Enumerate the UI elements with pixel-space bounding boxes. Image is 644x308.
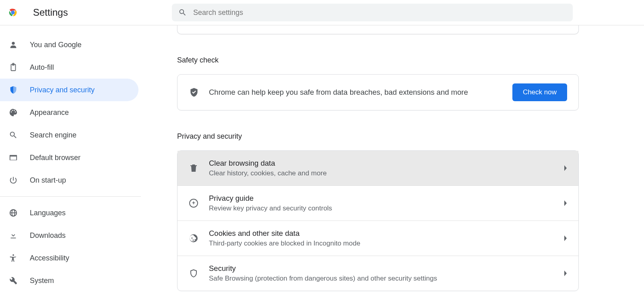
sidebar-item-label: Appearance (30, 108, 69, 117)
row-subtitle: Clear history, cookies, cache and more (209, 169, 563, 177)
sidebar-item-on-start-up[interactable]: On start-up (0, 169, 138, 191)
svg-point-5 (12, 11, 14, 14)
person-icon (9, 40, 18, 49)
row-subtitle: Third-party cookies are blocked in Incog… (209, 239, 563, 248)
download-icon (9, 231, 18, 240)
search-icon (178, 8, 187, 17)
safety-check-card: Chrome can help keep you safe from data … (177, 74, 579, 110)
row-title: Cookies and other site data (209, 229, 563, 238)
chevron-right-icon (563, 200, 567, 206)
sidebar-item-default-browser[interactable]: Default browser (0, 146, 138, 169)
shield-outline-icon (189, 268, 198, 278)
trash-icon (189, 163, 198, 173)
sidebar-item-label: Search engine (30, 131, 76, 139)
sidebar-item-label: Privacy and security (30, 86, 95, 94)
row-clear-browsing-data[interactable]: Clear browsing dataClear history, cookie… (178, 151, 578, 185)
check-now-button[interactable]: Check now (512, 83, 567, 101)
row-title: Clear browsing data (209, 159, 563, 168)
shield-check-icon (189, 87, 199, 98)
sidebar-item-label: You and Google (30, 41, 81, 49)
search-box[interactable] (172, 4, 573, 21)
row-privacy-guide[interactable]: Privacy guideReview key privacy and secu… (178, 185, 578, 221)
sidebar-item-accessibility[interactable]: Accessibility (0, 247, 138, 269)
sidebar-divider (0, 196, 141, 197)
sidebar-item-you-and-google[interactable]: You and Google (0, 33, 138, 56)
sidebar-item-privacy-and-security[interactable]: Privacy and security (0, 79, 138, 101)
search-input[interactable] (193, 8, 566, 17)
sidebar: You and GoogleAuto-fillPrivacy and secur… (0, 25, 142, 308)
privacy-security-heading: Privacy and security (177, 132, 579, 141)
cookie-icon (189, 233, 198, 243)
search-icon (9, 131, 18, 139)
page-title: Settings (33, 7, 68, 18)
sidebar-item-appearance[interactable]: Appearance (0, 101, 138, 124)
power-icon (9, 176, 18, 185)
palette-icon (9, 108, 18, 117)
row-cookies-and-other-site-data[interactable]: Cookies and other site dataThird-party c… (178, 221, 578, 256)
chevron-right-icon (563, 165, 567, 171)
chevron-right-icon (563, 235, 567, 241)
safety-check-heading: Safety check (177, 56, 579, 65)
header: Settings (0, 0, 644, 25)
browser-icon (9, 153, 18, 162)
row-security[interactable]: SecuritySafe Browsing (protection from d… (178, 256, 578, 291)
accessibility-icon (9, 254, 18, 262)
row-subtitle: Safe Browsing (protection from dangerous… (209, 275, 563, 283)
sidebar-item-label: Languages (30, 209, 66, 217)
previous-card-stub (177, 25, 579, 34)
sidebar-item-auto-fill[interactable]: Auto-fill (0, 56, 138, 79)
wrench-icon (9, 276, 18, 285)
row-title: Privacy guide (209, 194, 563, 203)
sidebar-item-label: Downloads (30, 231, 66, 240)
sidebar-item-label: System (30, 277, 54, 285)
clipboard-icon (9, 63, 18, 72)
sidebar-item-languages[interactable]: Languages (0, 202, 138, 224)
main-content: Safety check Chrome can help keep you sa… (142, 25, 644, 308)
chrome-logo-icon (7, 7, 19, 18)
sidebar-item-label: Accessibility (30, 254, 69, 262)
globe-icon (9, 208, 18, 217)
sidebar-item-label: Auto-fill (30, 63, 54, 72)
sidebar-item-label: Default browser (30, 154, 80, 162)
row-subtitle: Review key privacy and security controls (209, 204, 563, 212)
shield-half-icon (9, 85, 18, 94)
sidebar-item-label: On start-up (30, 176, 66, 185)
privacy-security-card: Clear browsing dataClear history, cookie… (177, 150, 579, 291)
compass-icon (189, 198, 198, 208)
sidebar-item-downloads[interactable]: Downloads (0, 224, 138, 247)
sidebar-item-search-engine[interactable]: Search engine (0, 124, 138, 146)
sidebar-item-system[interactable]: System (0, 269, 138, 292)
row-title: Security (209, 264, 563, 273)
safety-check-text: Chrome can help keep you safe from data … (209, 88, 512, 97)
chevron-right-icon (563, 271, 567, 276)
